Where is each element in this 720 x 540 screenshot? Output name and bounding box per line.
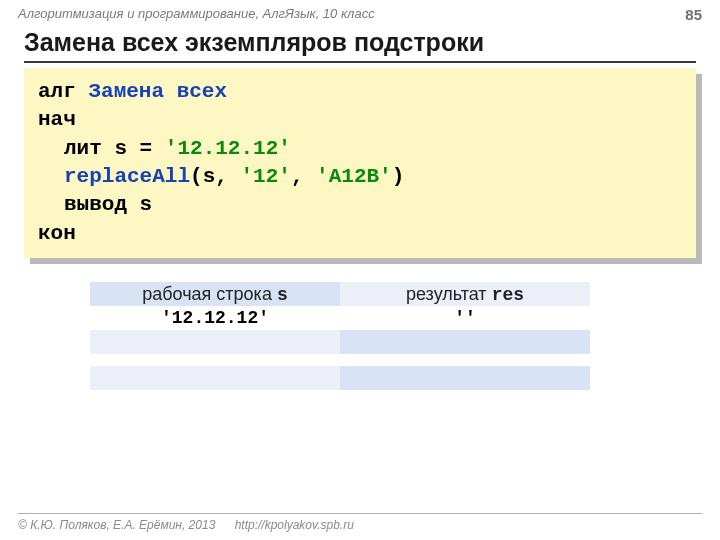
cell-res-2	[340, 330, 590, 354]
footer: © К.Ю. Поляков, Е.А. Ерёмин, 2013 http:/…	[18, 513, 702, 532]
hdr-s-var: s	[277, 285, 288, 305]
code-line-6: кон	[38, 220, 682, 248]
table-row	[90, 366, 590, 390]
trace-table: рабочая строка s результат res '12.12.12…	[90, 282, 590, 390]
kw-alg: алг	[38, 80, 76, 103]
page-number: 85	[685, 6, 702, 23]
course-header: Алгоритмизация и программирование, АлгЯз…	[18, 6, 702, 21]
lit-decl: лит s =	[64, 137, 165, 160]
code-block: алг Замена всех нач лит s = '12.12.12' r…	[24, 68, 696, 258]
slide: Алгоритмизация и программирование, АлгЯз…	[0, 0, 720, 540]
hdr-res-text: результат	[406, 284, 492, 304]
func-name: replaceAll	[64, 165, 190, 188]
course-title: Алгоритмизация и программирование, АлгЯз…	[18, 6, 375, 21]
comma: ,	[291, 165, 316, 188]
hdr-s-text: рабочая строка	[142, 284, 277, 304]
code-content: алг Замена всех нач лит s = '12.12.12' r…	[24, 68, 696, 258]
code-line-5: вывод s	[38, 191, 682, 219]
code-line-4: replaceAll(s, '12', 'A12B')	[38, 163, 682, 191]
col-header-s: рабочая строка s	[90, 282, 340, 306]
cell-res-1: ''	[340, 306, 590, 330]
paren-close: )	[392, 165, 405, 188]
table-row: '12.12.12' ''	[90, 306, 590, 330]
string-literal-2: '12'	[240, 165, 290, 188]
copyright: © К.Ю. Поляков, Е.А. Ерёмин, 2013	[18, 518, 215, 532]
kw-output: вывод s	[64, 193, 152, 216]
slide-title: Замена всех экземпляров подстроки	[24, 28, 696, 63]
paren-open: (s,	[190, 165, 240, 188]
hdr-res-var: res	[492, 285, 524, 305]
footer-url: http://kpolyakov.spb.ru	[235, 518, 354, 532]
cell-s-2	[90, 330, 340, 354]
cell-s-3	[90, 366, 340, 390]
kw-end: кон	[38, 222, 76, 245]
code-line-1: алг Замена всех	[38, 78, 682, 106]
table-gap	[90, 354, 590, 366]
kw-begin: нач	[38, 108, 76, 131]
table-header-row: рабочая строка s результат res	[90, 282, 590, 306]
cell-res-3	[340, 366, 590, 390]
algorithm-name: Замена всех	[88, 80, 227, 103]
table-row	[90, 330, 590, 354]
string-literal-3: 'A12B'	[316, 165, 392, 188]
string-literal-1: '12.12.12'	[165, 137, 291, 160]
code-line-2: нач	[38, 106, 682, 134]
col-header-res: результат res	[340, 282, 590, 306]
code-line-3: лит s = '12.12.12'	[38, 135, 682, 163]
cell-s-1: '12.12.12'	[90, 306, 340, 330]
